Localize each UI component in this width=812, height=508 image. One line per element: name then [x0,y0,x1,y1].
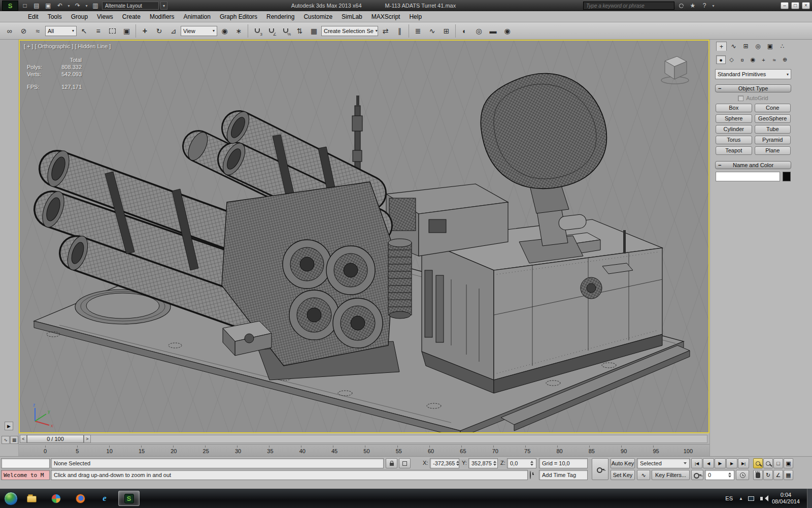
schematic-view-icon[interactable]: ⊞ [439,24,453,38]
object-name-field[interactable] [716,172,780,181]
current-frame-field[interactable]: 0 [705,470,734,480]
field-of-view-button[interactable]: ∠ [773,470,783,480]
selection-filter-dropdown[interactable]: All ▾ [45,26,77,36]
reference-coordinate-dropdown[interactable]: View ▾ [181,26,217,36]
default-tangent-button[interactable]: ∿ [637,470,650,480]
category-shapes-icon[interactable]: ◇ [727,55,736,64]
maximize-viewport-toggle-button[interactable]: ▦ [784,470,793,480]
taskbar-item-internet-explorer[interactable]: e [94,491,115,506]
x-coordinate-field[interactable]: -372,365 [430,458,459,468]
favorites-star-icon[interactable]: ★ [688,1,698,10]
name-and-color-rollout-header[interactable]: − Name and Color [715,161,791,169]
menu-graph-editors[interactable]: Graph Editors [215,11,262,22]
rendered-frame-window-icon[interactable]: ▬ [486,24,500,38]
pyramid-button[interactable]: Pyramid [755,136,791,144]
close-button[interactable]: × [802,2,810,9]
taskbar-clock[interactable]: 0:04 08/04/2014 [768,492,804,505]
taskbar-item-media-player[interactable] [45,491,66,506]
menu-simlab[interactable]: SimLab [337,11,367,22]
menu-rendering[interactable]: Rendering [262,11,299,22]
viewport-shading-menu[interactable]: [ Hidden Line ] [75,43,111,49]
go-to-end-button[interactable]: ▶| [738,458,749,468]
category-helpers-icon[interactable]: + [759,55,768,64]
menu-views[interactable]: Views [92,11,118,22]
window-crossing-toggle-icon[interactable]: ▣ [120,24,133,38]
spinner-icon[interactable] [727,472,731,478]
undo-dropdown-arrow-icon[interactable]: ▾ [66,1,71,10]
spinner-icon[interactable] [455,461,459,466]
rectangular-selection-region-icon[interactable] [106,24,119,38]
redo-button[interactable]: ↷ [73,1,83,10]
help-icon[interactable]: ? [699,1,709,10]
box-button[interactable]: Box [716,104,752,112]
teapot-button[interactable]: Teapot [716,146,752,155]
edit-named-selection-sets-icon[interactable]: ▦ [307,24,321,38]
angle-snap-toggle-icon[interactable]: ∠ [264,24,278,38]
key-mode-dropdown[interactable]: Selected [637,458,690,468]
zoom-extents-all-button[interactable]: ▣ [784,458,793,468]
zoom-all-button[interactable] [763,458,773,468]
minimize-button[interactable]: – [781,2,789,9]
add-time-tag-field[interactable]: Add Time Tag [539,470,588,480]
previous-frame-button[interactable]: < [20,435,27,443]
percent-snap-toggle-icon[interactable]: % [279,24,292,38]
layer-manager-icon[interactable]: ≣ [411,24,425,38]
spinner-icon[interactable] [529,461,533,466]
project-folder-button[interactable]: ▥ [90,1,100,10]
category-spacewarps-icon[interactable]: ≈ [769,55,779,64]
spinner-snap-toggle-icon[interactable]: ⇅ [293,24,307,38]
snaps-toggle-3d-icon[interactable]: 3 [250,24,264,38]
curve-editor-icon[interactable]: ∿ [425,24,439,38]
hidden-icons-button[interactable]: ▲ [738,496,744,501]
time-configuration-button[interactable] [736,470,749,480]
menu-customize[interactable]: Customize [299,11,337,22]
torus-button[interactable]: Torus [716,136,752,144]
save-file-button[interactable]: ▣ [43,1,53,10]
zoom-extents-button[interactable]: □ [773,458,783,468]
select-and-manipulate-icon[interactable]: ∗ [232,24,246,38]
named-selection-sets-dropdown[interactable]: Create Selection Se ▾ [321,26,378,36]
menu-animation[interactable]: Animation [179,11,215,22]
select-and-rotate-icon[interactable]: ↻ [152,24,166,38]
next-frame-button[interactable]: > [84,435,91,443]
pan-view-button[interactable] [753,470,763,480]
bind-to-space-warp-icon[interactable]: ≈ [31,24,45,38]
cone-button[interactable]: Cone [755,104,791,112]
select-by-name-icon[interactable]: ≡ [91,24,105,38]
taskbar-item-3dsmax[interactable]: S [118,491,140,506]
geometry-category-dropdown[interactable]: Standard Primitives ▾ [715,69,791,79]
open-file-button[interactable]: ▤ [31,1,42,10]
viewport-general-menu[interactable]: [ + ] [24,43,33,49]
undo-button[interactable]: ↶ [55,1,65,10]
maxscript-mini-listener[interactable] [1,458,50,468]
time-slider-track[interactable] [91,435,707,443]
tab-motion[interactable]: ◎ [753,42,763,51]
menu-tools[interactable]: Tools [43,11,66,22]
taskbar-item-firefox[interactable] [70,491,91,506]
active-viewport[interactable]: [ + ] [ Orthographic ] [ Hidden Line ] T… [19,40,709,433]
maxscript-mini-listener-output[interactable]: Welcome to M [1,470,50,480]
taskbar-item-explorer[interactable] [21,491,42,506]
viewport-pov-menu[interactable]: [ Orthographic ] [35,43,74,49]
network-icon[interactable] [748,496,754,501]
mirror-icon[interactable]: ⇄ [379,24,392,38]
track-bar[interactable]: 0510152025303540455055606570758085909510… [19,444,709,456]
key-mode-toggle-button[interactable] [691,470,703,480]
workspace-dropdown[interactable]: Alternate Layout [102,2,159,10]
cylinder-button[interactable]: Cylinder [716,125,752,134]
select-object-icon[interactable]: ↖ [77,24,91,38]
sphere-button[interactable]: Sphere [716,114,752,123]
language-indicator[interactable]: ES [723,495,735,501]
key-filters-button[interactable]: Key Filters... [652,470,690,480]
plane-button[interactable]: Plane [755,146,791,155]
auto-key-button[interactable]: Auto Key [611,458,635,468]
render-production-icon[interactable]: ◉ [500,24,514,38]
workspace-dropdown-arrow-icon[interactable]: ▾ [160,2,167,10]
orbit-button[interactable]: ↻ [763,470,773,480]
viewport-tab-arrow-button[interactable]: ▶ [5,422,13,430]
geosphere-button[interactable]: GeoSphere [755,114,791,123]
object-type-rollout-header[interactable]: − Object Type [715,84,791,92]
select-and-move-icon[interactable]: + [138,24,152,38]
tab-modify[interactable]: ∿ [728,42,739,51]
unlink-selection-icon[interactable]: ⊘ [17,24,30,38]
